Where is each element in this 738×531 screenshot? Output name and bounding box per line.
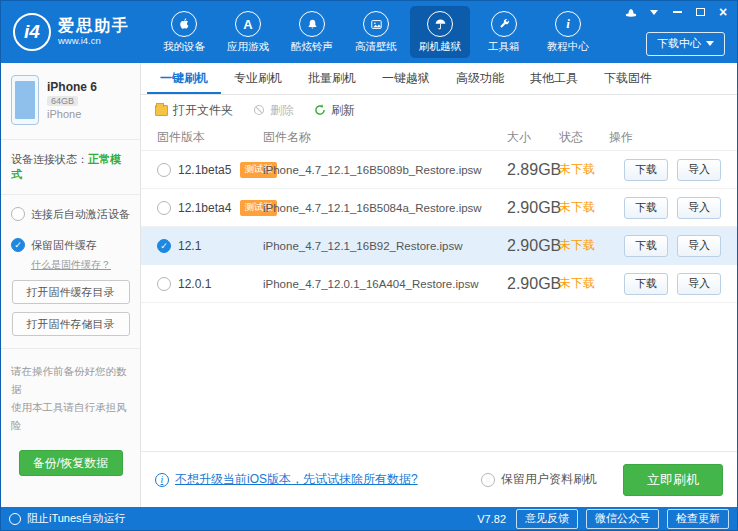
brand-name: 爱思助手 [58,17,130,35]
tab-pro-flash[interactable]: 专业刷机 [221,63,295,94]
keep-user-data-option[interactable]: 保留用户资料刷机 [481,471,597,488]
sidebar: iPhone 6 64GB iPhone 设备连接状态：正常模式 连接后自动激活… [1,63,141,507]
status-bar: 阻止iTunes自动运行 V7.82 意见反馈 微信公众号 检查更新 [1,507,737,530]
device-name: iPhone 6 [47,80,97,94]
flash-tabs: 一键刷机 专业刷机 批量刷机 一键越狱 高级功能 其他工具 下载固件 [141,63,737,95]
flash-now-button[interactable]: 立即刷机 [623,464,723,496]
firmware-name: iPhone_4.7_12.0.1_16A404_Restore.ipsw [263,278,507,290]
block-itunes-option[interactable]: 阻止iTunes自动运行 [9,511,126,526]
erase-data-tip-link[interactable]: i 不想升级当前iOS版本，先试试抹除所有数据? [155,471,418,488]
download-arrow-icon [706,41,714,46]
tab-other-tools[interactable]: 其他工具 [517,63,591,94]
tab-one-click-flash[interactable]: 一键刷机 [147,63,221,94]
nav-item-ringtones[interactable]: 酷炫铃声 [282,6,342,58]
firmware-table-header: 固件版本 固件名称 大小 状态 操作 [141,125,737,151]
close-button[interactable]: × [717,6,729,18]
firmware-status: 未下载 [559,161,609,178]
nav-item-toolbox[interactable]: 工具箱 [474,6,534,58]
brand-site: www.i4.cn [58,36,130,47]
open-folder-button[interactable]: 打开文件夹 [155,102,233,119]
nav-item-tutorials[interactable]: i 教程中心 [538,6,598,58]
connection-status: 设备连接状态：正常模式 [1,140,140,195]
device-capacity-badge: 64GB [47,96,78,106]
tab-advanced[interactable]: 高级功能 [443,63,517,94]
import-button[interactable]: 导入 [677,273,721,295]
minimize-button[interactable] [671,6,683,18]
firmware-status: 未下载 [559,199,609,216]
flash-action-panel: i 不想升级当前iOS版本，先试试抹除所有数据? 保留用户资料刷机 立即刷机 [141,451,737,507]
apple-icon [171,11,197,37]
check-update-button[interactable]: 检查更新 [667,509,729,529]
open-cache-dir-button[interactable]: 打开固件缓存目录 [12,280,130,304]
nav-item-wallpapers[interactable]: 高清壁纸 [346,6,406,58]
import-button[interactable]: 导入 [677,235,721,257]
maximize-button[interactable] [694,6,706,18]
header-action: 操作 [609,129,737,146]
what-is-cache-link[interactable]: 什么是固件缓存？ [31,258,130,272]
appstore-icon: A [235,11,261,37]
device-type: iPhone [47,108,97,120]
chevron-down-icon[interactable] [648,6,660,18]
keep-user-data-radio[interactable] [481,473,495,487]
row-select-radio[interactable] [157,239,171,253]
header-status: 状态 [559,129,609,146]
backup-warning-text: 请在操作前备份好您的数据 使用本工具请自行承担风险 [1,349,140,438]
auto-activate-radio[interactable] [11,207,25,221]
block-itunes-radio[interactable] [9,513,21,525]
hat-theme-icon[interactable] [625,6,637,18]
download-center-button[interactable]: 下载中心 [646,32,725,56]
auto-activate-option[interactable]: 连接后自动激活设备 [1,195,140,226]
folder-icon [155,105,168,116]
delete-button[interactable]: 删除 [253,102,294,119]
firmware-version: 12.0.1 [178,277,211,291]
prohibit-icon [253,104,265,116]
bell-icon [299,11,325,37]
firmware-size: 2.90GB [507,199,559,217]
firmware-name: iPhone_4.7_12.1_16B92_Restore.ipsw [263,240,507,252]
firmware-row[interactable]: 12.1 iPhone_4.7_12.1_16B92_Restore.ipsw … [141,227,737,265]
firmware-size: 2.89GB [507,161,559,179]
firmware-row[interactable]: 12.0.1 iPhone_4.7_12.0.1_16A404_Restore.… [141,265,737,303]
nav-item-flash-jailbreak[interactable]: 刷机越狱 [410,6,470,58]
info-circle-icon: i [155,473,169,487]
firmware-status: 未下载 [559,237,609,254]
tab-one-click-jailbreak[interactable]: 一键越狱 [369,63,443,94]
open-storage-dir-button[interactable]: 打开固件存储目录 [12,312,130,336]
tab-download-firmware[interactable]: 下载固件 [591,63,665,94]
keep-cache-option[interactable]: 保留固件缓存 [1,226,140,255]
row-select-radio[interactable] [157,277,171,291]
import-button[interactable]: 导入 [677,197,721,219]
import-button[interactable]: 导入 [677,159,721,181]
firmware-row[interactable]: 12.1beta4 测试版 iPhone_4.7_12.1_16B5084a_R… [141,189,737,227]
keep-cache-checkbox[interactable] [11,238,25,252]
refresh-icon [314,104,326,116]
firmware-version: 12.1beta4 [178,201,231,215]
i4-logo-icon: i4 [13,13,51,51]
main-panel: 一键刷机 专业刷机 批量刷机 一键越狱 高级功能 其他工具 下载固件 打开文件夹… [141,63,737,507]
firmware-row[interactable]: 12.1beta5 测试版 iPhone_4.7_12.1_16B5089b_R… [141,151,737,189]
header-version: 固件版本 [141,129,263,146]
nav-item-apps-games[interactable]: A 应用游戏 [218,6,278,58]
download-button[interactable]: 下载 [624,197,668,219]
nav-item-my-devices[interactable]: 我的设备 [154,6,214,58]
download-button[interactable]: 下载 [624,235,668,257]
wallpaper-icon [363,11,389,37]
wechat-button[interactable]: 微信公众号 [586,509,659,529]
row-select-radio[interactable] [157,163,171,177]
feedback-button[interactable]: 意见反馈 [516,509,578,529]
phone-icon [11,75,39,125]
download-button[interactable]: 下载 [624,159,668,181]
firmware-name: iPhone_4.7_12.1_16B5084a_Restore.ipsw [263,202,507,214]
firmware-name: iPhone_4.7_12.1_16B5089b_Restore.ipsw [263,164,507,176]
download-button[interactable]: 下载 [624,273,668,295]
row-select-radio[interactable] [157,201,171,215]
firmware-version: 12.1beta5 [178,163,231,177]
firmware-status: 未下载 [559,275,609,292]
header-bar: i4 爱思助手 www.i4.cn 我的设备 A 应用游戏 酷炫铃声 [1,1,737,63]
refresh-button[interactable]: 刷新 [314,102,355,119]
backup-restore-button[interactable]: 备份/恢复数据 [19,450,123,476]
firmware-version: 12.1 [178,239,201,253]
jailbreak-icon [427,11,453,37]
tab-batch-flash[interactable]: 批量刷机 [295,63,369,94]
window-controls: × [625,6,729,18]
